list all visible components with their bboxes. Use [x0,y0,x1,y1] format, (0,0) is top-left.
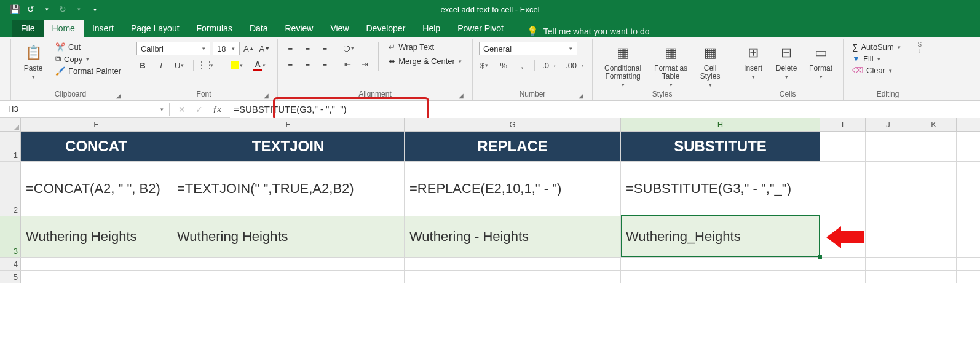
cell-g1[interactable]: REPLACE [405,132,621,161]
align-middle-button[interactable]: ≡ [301,42,314,54]
cell-e3[interactable]: Wuthering Heights [21,216,172,257]
tab-developer[interactable]: Developer [358,20,414,37]
cell-h4[interactable] [621,258,820,270]
cell-f2[interactable]: =TEXTJOIN(" ",TRUE,A2,B2) [172,162,405,216]
undo-dd[interactable]: ▾ [39,2,54,17]
format-as-table-button[interactable]: ▦Format as Table▾ [650,42,691,89]
row-header-2[interactable]: 2 [0,162,21,216]
tab-data[interactable]: Data [241,20,277,37]
font-size-select[interactable]: 18▾ [213,42,240,55]
cell-i5[interactable] [820,271,866,283]
tab-file[interactable]: File [12,20,44,37]
fx-icon[interactable]: ƒx [213,104,221,114]
fill-button[interactable]: ▼Fill▾ [850,53,905,64]
formula-input[interactable]: =SUBSTITUTE(G3," - ","_") [230,101,980,118]
cell-f4[interactable] [172,258,405,270]
cell-e4[interactable] [21,258,172,270]
col-header-k[interactable]: K [911,118,957,131]
cell-k4[interactable] [911,258,957,270]
orientation-button[interactable]: ⭯▾ [341,42,357,54]
tab-review[interactable]: Review [277,20,322,37]
tab-pagelayout[interactable]: Page Layout [122,20,188,37]
format-painter-button[interactable]: 🖌️Format Painter [53,66,124,76]
cell-f3[interactable]: Wuthering Heights [172,216,405,257]
shrink-font-button[interactable]: A▼ [258,42,272,55]
row-header-3[interactable]: 3 [0,216,21,257]
cell-g5[interactable] [405,271,621,283]
decrease-decimal-button[interactable]: .00→ [564,59,586,71]
cell-e1[interactable]: CONCAT [21,132,172,161]
cell-f1[interactable]: TEXTJOIN [172,132,405,161]
align-right-button[interactable]: ≡ [318,58,331,70]
cell-j2[interactable] [866,162,911,216]
cell-g4[interactable] [405,258,621,270]
col-header-g[interactable]: G [405,118,621,131]
cell-e2[interactable]: =CONCAT(A2, " ", B2) [21,162,172,216]
col-header-h[interactable]: H [621,118,820,131]
percent-format-button[interactable]: % [497,59,510,71]
cell-g3[interactable]: Wuthering - Heights [405,216,621,257]
tab-powerpivot[interactable]: Power Pivot [449,20,512,37]
paste-button[interactable]: 📋 Paste ▾ [17,42,49,81]
enter-formula-icon[interactable]: ✓ [196,105,203,114]
tell-me[interactable]: 💡 Tell me what you want to do [527,26,650,37]
format-cells-button[interactable]: ▭Format▾ [805,42,837,81]
comma-format-button[interactable]: , [516,59,528,71]
conditional-formatting-button[interactable]: ▦Conditional Formatting▾ [599,42,647,89]
sort-filter-button[interactable]: S↕ [914,42,926,54]
cell-j5[interactable] [866,271,911,283]
cell-k1[interactable] [911,132,957,161]
increase-decimal-button[interactable]: .0→ [541,59,558,71]
increase-indent-button[interactable]: ⇥ [358,58,371,70]
cell-k2[interactable] [911,162,957,216]
col-header-e[interactable]: E [21,118,172,131]
row-header-1[interactable]: 1 [0,132,21,161]
name-box[interactable]: H3▾ [4,103,170,116]
row-header-5[interactable]: 5 [0,271,21,283]
cell-h3[interactable]: Wuthering_Heights [621,216,820,257]
cell-i4[interactable] [820,258,866,270]
qat-more[interactable]: ▾ [87,2,102,17]
cell-j3[interactable] [866,216,911,257]
align-left-button[interactable]: ≡ [284,58,296,70]
save-icon[interactable]: 💾 [7,2,22,17]
col-header-f[interactable]: F [172,118,405,131]
undo-icon[interactable]: ↺ [23,2,38,17]
bold-button[interactable]: B [136,59,149,71]
col-header-j[interactable]: J [866,118,911,131]
alignment-dialog-launcher[interactable]: ◢ [459,92,464,99]
copy-button[interactable]: ⧉Copy▾ [53,53,124,65]
number-dialog-launcher[interactable]: ◢ [579,92,583,99]
cell-k3[interactable] [911,216,957,257]
font-dialog-launcher[interactable]: ◢ [264,92,269,99]
row-header-4[interactable]: 4 [0,258,21,270]
align-center-button[interactable]: ≡ [301,58,314,70]
tab-home[interactable]: Home [44,20,84,37]
accounting-format-button[interactable]: $▾ [479,59,491,71]
cell-g2[interactable]: =REPLACE(E2,10,1," - ") [405,162,621,216]
clipboard-dialog-launcher[interactable]: ◢ [116,92,121,99]
autosum-button[interactable]: ∑AutoSum▾ [850,42,905,52]
cell-styles-button[interactable]: ▦Cell Styles▾ [695,42,725,89]
italic-button[interactable]: I [155,59,167,71]
tab-insert[interactable]: Insert [84,20,122,37]
insert-cells-button[interactable]: ⊞Insert▾ [738,42,768,81]
font-name-select[interactable]: Calibri▾ [136,42,210,55]
redo-icon[interactable]: ↻ [55,2,70,17]
clear-button[interactable]: ⌫Clear▾ [850,65,905,76]
align-bottom-button[interactable]: ≡ [318,42,331,54]
cell-f5[interactable] [172,271,405,283]
merge-center-button[interactable]: ⬌Merge & Center▾ [386,56,466,66]
cell-e5[interactable] [21,271,172,283]
tab-view[interactable]: View [322,20,357,37]
cancel-formula-icon[interactable]: ✕ [178,105,186,114]
redo-dd[interactable]: ▾ [71,2,86,17]
decrease-indent-button[interactable]: ⇤ [341,58,354,70]
align-top-button[interactable]: ≡ [284,42,296,54]
number-format-select[interactable]: General▾ [479,42,577,55]
underline-button[interactable]: U▾ [173,59,187,71]
cell-h5[interactable] [621,271,820,283]
wrap-text-button[interactable]: ↵Wrap Text [386,42,466,52]
cell-j4[interactable] [866,258,911,270]
fill-color-button[interactable]: ▾ [229,59,246,71]
